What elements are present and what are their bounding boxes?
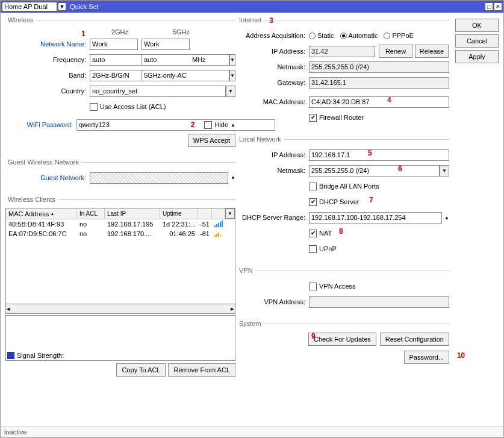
dhcp-checkbox[interactable]	[309, 198, 317, 206]
local-network-group: Local Network IP Address: 5 Netmask: ▼ 6…	[237, 136, 449, 263]
annotation-1: 1	[81, 30, 86, 38]
copy-to-acl-button[interactable]: Copy To ACL	[116, 363, 166, 377]
network-name-5g[interactable]	[142, 39, 190, 50]
annotation-9: 9	[311, 332, 316, 340]
internet-ip-input	[309, 46, 375, 57]
internet-ip-label: IP Address:	[237, 48, 309, 55]
radio-static[interactable]	[309, 33, 316, 39]
table-row[interactable]: EA:07:D9:5C:06:7C no 192.168.170.... 01:…	[6, 229, 235, 239]
address-acquisition-label: Address Acquisition:	[237, 32, 309, 39]
col-2ghz: 2GHz	[96, 28, 144, 36]
dhcp-label: DHCP Server	[319, 198, 359, 205]
internet-netmask-input	[309, 61, 449, 73]
network-name-2g[interactable]	[90, 39, 138, 50]
guest-network-label: Guest Network:	[5, 174, 90, 181]
upnp-checkbox[interactable]	[309, 245, 317, 253]
action-buttons: OK Cancel Apply	[455, 19, 499, 66]
country-select[interactable]	[90, 86, 226, 97]
internet-mac-input[interactable]	[309, 96, 449, 108]
country-label: Country:	[5, 87, 90, 95]
release-button[interactable]: Release	[415, 45, 449, 58]
wireless-clients-group: Wireless Clients MAC Address▴ In ACL Las…	[5, 196, 235, 383]
radio-automatic[interactable]	[340, 33, 347, 39]
vpn-group: VPN VPN Access VPN Address:	[237, 267, 449, 316]
dropdown-icon[interactable]: ▼	[440, 165, 449, 177]
vpn-address-input	[309, 296, 449, 308]
vpn-legend: VPN	[237, 267, 255, 274]
dropdown-icon[interactable]: ▼	[229, 54, 235, 66]
hide-checkbox[interactable]	[204, 121, 212, 129]
clients-table: MAC Address▴ In ACL Last IP Uptime ▼ 40:…	[5, 208, 235, 304]
clients-legend: Wireless Clients	[5, 196, 58, 203]
guest-wireless-group: Guest Wireless Network Guest Network: ▼	[5, 158, 235, 192]
acl-checkbox[interactable]	[90, 103, 98, 111]
col-acl[interactable]: In ACL	[77, 208, 105, 219]
col-uptime[interactable]: Uptime	[160, 208, 198, 219]
frequency-label: Frequency:	[5, 56, 90, 63]
table-scrollbar[interactable]: ◂▸	[5, 304, 235, 314]
band-label: Band:	[5, 72, 90, 79]
nat-label: NAT	[319, 230, 332, 237]
dropdown-icon[interactable]: ▼	[226, 86, 235, 97]
annotation-6: 6	[398, 164, 402, 173]
system-legend: System	[237, 320, 264, 327]
vpn-access-checkbox[interactable]	[309, 283, 317, 290]
cancel-button[interactable]: Cancel	[455, 34, 499, 48]
system-group: System 9 Check For Updates Reset Configu…	[237, 320, 449, 372]
annotation-2: 2	[191, 120, 195, 129]
window-close-icon[interactable]: ✕	[494, 2, 502, 11]
signal-strength-label: Signal Strength:	[17, 352, 64, 359]
window-title: Quick Set	[70, 3, 99, 10]
acl-label: Use Access List (ACL)	[100, 103, 166, 110]
wireless-group: Wireless 2GHz 5GHz 1 Network Name: Frequ…	[5, 16, 235, 155]
col-spacer	[212, 208, 225, 219]
apply-button[interactable]: Apply	[455, 50, 499, 63]
bridge-checkbox[interactable]	[309, 183, 317, 190]
guest-legend: Guest Wireless Network	[5, 158, 81, 166]
local-ip-input[interactable]	[309, 149, 449, 161]
col-lastip[interactable]: Last IP	[105, 208, 160, 219]
annotation-5: 5	[368, 149, 372, 157]
mode-select[interactable]: Home AP Dual	[2, 2, 57, 11]
table-row[interactable]: 40:5B:D8:41:4F:93 no 192.168.17.195 1d 2…	[6, 219, 235, 229]
internet-gateway-input	[309, 77, 449, 89]
band-5g[interactable]	[142, 70, 229, 81]
wireless-legend: Wireless	[5, 16, 36, 23]
internet-mac-label: MAC Address:	[237, 98, 309, 105]
signal-color-swatch	[7, 352, 14, 359]
annotation-3: 3	[269, 16, 273, 25]
annotation-4: 4	[387, 96, 391, 104]
password-button[interactable]: Password...	[404, 351, 449, 364]
col-mac[interactable]: MAC Address▴	[6, 208, 77, 219]
remove-from-acl-button[interactable]: Remove From ACL	[168, 363, 235, 377]
dhcp-range-input[interactable]	[309, 212, 442, 224]
local-ip-label: IP Address:	[237, 151, 309, 158]
firewall-checkbox[interactable]	[309, 114, 317, 122]
chevron-up-icon[interactable]: ▲	[444, 215, 449, 221]
titlebar: Home AP Dual ▼ Quick Set ▢ ✕	[1, 1, 503, 13]
local-netmask-input[interactable]	[309, 165, 440, 177]
ok-button[interactable]: OK	[455, 19, 499, 32]
col-signal[interactable]	[198, 208, 212, 219]
vpn-address-label: VPN Address:	[237, 298, 309, 305]
renew-button[interactable]: Renew	[379, 45, 412, 58]
mode-dropdown-icon[interactable]: ▼	[58, 2, 66, 11]
check-updates-button[interactable]: Check For Updates	[308, 333, 376, 346]
internet-group: Internet 3 Address Acquisition: Static A…	[237, 16, 449, 132]
nat-checkbox[interactable]	[309, 230, 317, 237]
reset-config-button[interactable]: Reset Configuration	[380, 333, 449, 346]
dropdown-icon[interactable]: ▼	[229, 70, 235, 81]
dhcp-range-label: DHCP Server Range:	[237, 214, 309, 221]
annotation-7: 7	[369, 196, 373, 204]
chevron-down-icon[interactable]: ▼	[231, 175, 235, 181]
radio-pppoe[interactable]	[384, 33, 390, 39]
guest-network-input[interactable]	[90, 172, 228, 184]
window-restore-icon[interactable]: ▢	[485, 2, 493, 11]
chevron-up-icon[interactable]: ▲	[231, 122, 235, 128]
network-name-label: Network Name:	[5, 40, 90, 48]
columns-menu-icon[interactable]: ▼	[225, 208, 235, 219]
wps-accept-button[interactable]: WPS Accept	[188, 134, 235, 147]
signal-plot: Signal Strength:	[5, 315, 235, 361]
frequency-5g[interactable]	[142, 54, 229, 66]
status-bar: inactive	[1, 427, 503, 437]
